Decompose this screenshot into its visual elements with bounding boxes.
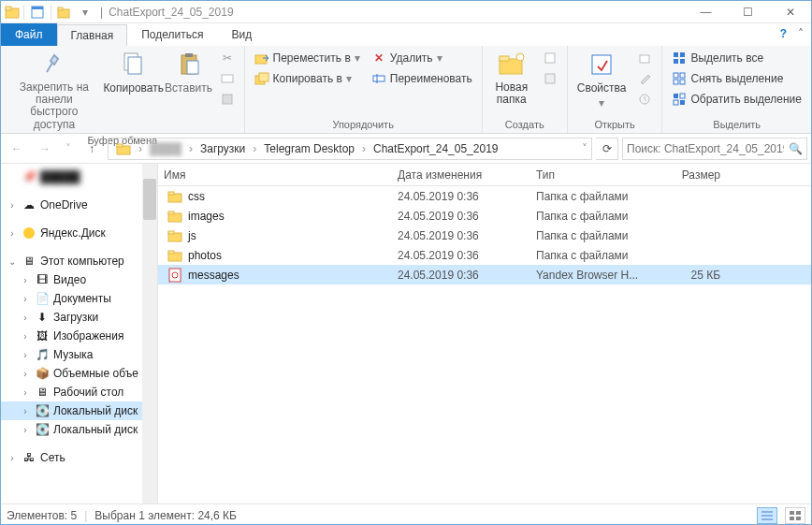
file-row[interactable]: css24.05.2019 0:36Папка с файлами [158, 186, 811, 206]
nav-item-thispc[interactable]: ⌄🖥Этот компьютер [1, 252, 157, 270]
rename-button[interactable]: Переименовать [368, 70, 476, 87]
nav-item-onedrive[interactable]: ›☁OneDrive [1, 196, 157, 214]
svg-rect-10 [187, 61, 198, 74]
svg-rect-46 [168, 231, 174, 234]
search-icon[interactable]: 🔍 [788, 141, 803, 156]
new-item-button[interactable] [539, 50, 561, 66]
properties-qat-icon[interactable] [30, 5, 45, 20]
breadcrumb-hidden[interactable]: ████ [144, 139, 187, 159]
window-title: | ChatExport_24_05_2019 [100, 6, 685, 19]
breadcrumb[interactable]: › ████ › Загрузки › Telegram Desktop › C… [108, 138, 592, 160]
refresh-button[interactable]: ⟳ [596, 138, 618, 160]
pictures-icon: 🖼 [35, 328, 50, 343]
minimize-button[interactable]: — [685, 1, 727, 22]
nav-item-video[interactable]: ›🎞Видео [1, 270, 157, 289]
minimize-ribbon-icon[interactable]: ˄ [798, 27, 804, 40]
ribbon-tabs: Файл Главная Поделиться Вид ˄ ? [1, 23, 811, 46]
nav-item-network[interactable]: ›🖧Сеть [1, 448, 157, 467]
breadcrumb-root[interactable] [110, 139, 137, 159]
nav-item-3d[interactable]: ›📦Объемные объе [1, 364, 157, 383]
nav-item-desktop[interactable]: ›🖥Рабочий стол [1, 383, 157, 401]
view-details-button[interactable] [757, 507, 777, 524]
svg-rect-1 [6, 7, 11, 10]
easy-access-button[interactable] [539, 70, 561, 87]
nav-back-button[interactable]: ← [5, 137, 29, 161]
downloads-icon: ⬇ [35, 310, 50, 325]
tab-view[interactable]: Вид [217, 23, 266, 46]
select-all-button[interactable]: Выделить все [668, 50, 805, 66]
cut-button[interactable]: ✂ [216, 50, 239, 66]
nav-up-button[interactable]: ↑ [80, 137, 104, 161]
nav-desktop-label: Рабочий стол [53, 386, 123, 399]
qat-dropdown-icon[interactable]: ▾ [78, 5, 93, 20]
invert-selection-label: Обратить выделение [690, 93, 802, 106]
view-large-icons-button[interactable] [785, 507, 805, 524]
nav-item-documents[interactable]: ›📄Документы [1, 289, 157, 308]
col-type[interactable]: Тип [530, 168, 661, 182]
file-date: 24.05.2019 0:36 [392, 249, 530, 262]
nav-forward-button[interactable]: → [33, 137, 57, 161]
move-to-button[interactable]: Переместить в ▾ [251, 50, 364, 66]
file-row[interactable]: messages24.05.2019 0:36Yandex Browser H.… [158, 265, 811, 284]
breadcrumb-telegram[interactable]: Telegram Desktop [258, 139, 360, 159]
nav-item-music[interactable]: ›🎵Музыка [1, 345, 157, 364]
pin-quick-access-button[interactable]: Закрепить на панели быстрого доступа [7, 48, 102, 133]
delete-button[interactable]: ✕Удалить ▾ [368, 50, 476, 66]
nav-item-localdisk1[interactable]: ›💽Локальный диск [1, 401, 157, 420]
invert-selection-button[interactable]: Обратить выделение [668, 91, 805, 108]
open-button[interactable] [633, 50, 656, 66]
paste-shortcut-icon [220, 92, 235, 107]
new-folder-qat-icon[interactable] [57, 5, 72, 20]
col-size[interactable]: Размер [661, 168, 727, 182]
nav-item-localdisk2[interactable]: ›💽Локальный диск [1, 420, 157, 439]
svg-rect-32 [674, 80, 678, 84]
svg-rect-27 [680, 52, 685, 57]
breadcrumb-dropdown-icon[interactable]: ˅ [580, 142, 589, 155]
copy-to-button[interactable]: Копировать в ▾ [251, 70, 364, 87]
file-row[interactable]: js24.05.2019 0:36Папка с файлами [158, 226, 811, 245]
nav-scroll-thumb[interactable] [143, 179, 156, 220]
search-box[interactable]: 🔍 [622, 138, 807, 160]
col-date[interactable]: Дата изменения [392, 168, 530, 182]
file-row[interactable]: images24.05.2019 0:36Папка с файлами [158, 206, 811, 226]
file-name: photos [188, 249, 222, 262]
network-icon: 🖧 [22, 450, 36, 465]
nav-recent-button[interactable]: ˅ [61, 137, 76, 161]
nav-item-quick-access[interactable]: 📌█████ [1, 168, 157, 186]
nav-item-pictures[interactable]: ›🖼Изображения [1, 327, 157, 345]
properties-button[interactable]: Свойства▾ [573, 48, 631, 111]
copy-button[interactable]: Копировать [106, 48, 162, 96]
select-none-button[interactable]: Снять выделение [668, 70, 805, 87]
easy-access-icon [543, 71, 558, 86]
nav-scrollbar[interactable] [142, 164, 157, 503]
paste-shortcut-button[interactable] [216, 91, 239, 108]
paste-button[interactable]: Вставить [166, 48, 212, 96]
edit-icon [637, 71, 652, 86]
history-button[interactable] [633, 91, 656, 108]
tab-share[interactable]: Поделиться [127, 23, 217, 46]
search-input[interactable] [627, 142, 784, 155]
status-selection: Выбран 1 элемент: 24,6 КБ [94, 509, 237, 522]
file-list: Имя Дата изменения Тип Размер css24.05.2… [158, 164, 811, 503]
column-headers: Имя Дата изменения Тип Размер [158, 164, 811, 186]
close-button[interactable]: ✕ [769, 1, 811, 22]
svg-rect-30 [674, 73, 678, 78]
window-title-text: ChatExport_24_05_2019 [109, 6, 233, 19]
new-folder-button[interactable]: Новая папка [488, 48, 535, 108]
breadcrumb-downloads[interactable]: Загрузки [195, 139, 251, 159]
edit-button[interactable] [633, 70, 656, 87]
nav-item-yandex[interactable]: ›Яндекс.Диск [1, 224, 157, 242]
breadcrumb-current[interactable]: ChatExport_24_05_2019 [368, 139, 503, 159]
help-icon[interactable]: ? [780, 27, 787, 40]
svg-rect-7 [128, 57, 141, 74]
folder-icon [167, 209, 182, 224]
file-row[interactable]: photos24.05.2019 0:36Папка с файлами [158, 245, 811, 265]
group-organize: Переместить в ▾ Копировать в ▾ ✕Удалить … [245, 46, 483, 133]
tab-file[interactable]: Файл [1, 23, 57, 46]
tab-home[interactable]: Главная [57, 24, 128, 46]
nav-item-downloads[interactable]: ›⬇Загрузки [1, 308, 157, 327]
maximize-button[interactable]: ☐ [727, 1, 769, 22]
svg-rect-44 [168, 211, 174, 214]
copy-path-button[interactable] [216, 70, 239, 87]
col-name[interactable]: Имя [158, 168, 392, 182]
